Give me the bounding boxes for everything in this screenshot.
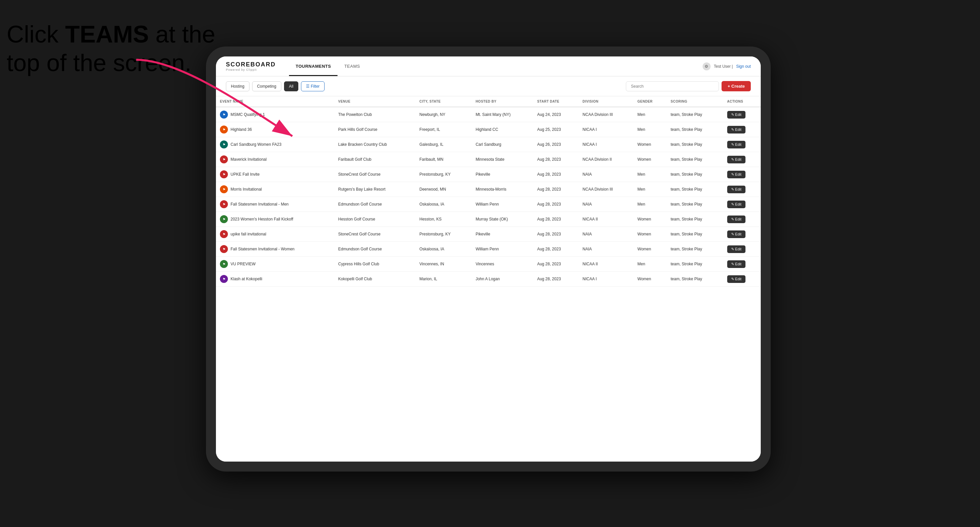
start-date-cell: Aug 28, 2023 [533,242,579,257]
event-name: Carl Sandburg Women FA23 [231,142,282,147]
table-container: EVENT NAMEVENUECITY, STATEHOSTED BYSTART… [216,96,761,462]
col-header-actions: ACTIONS [723,96,761,107]
hosted-by-cell: Vincennes [472,257,533,271]
city-cell: Vincennes, IN [415,257,472,271]
actions-cell: ✎ Edit [723,227,761,242]
scoring-cell: team, Stroke Play [667,271,723,287]
start-date-cell: Aug 28, 2023 [533,182,579,197]
city-cell: Prestonsburg, KY [415,227,472,242]
city-cell: Deerwood, MN [415,182,472,197]
table-row: ⚑ upike fall invitational StoneCrest Gol… [216,227,761,242]
nav-signout[interactable]: Sign out [736,64,751,69]
division-cell: NAIA [579,242,633,257]
venue-cell: Cypress Hills Golf Club [334,257,415,271]
col-header-city--state: CITY, STATE [415,96,472,107]
all-button[interactable]: All [284,81,298,91]
scoring-cell: team, Stroke Play [667,197,723,212]
tablet-frame: SCOREBOARD Powered by Clippit TOURNAMENT… [206,46,771,471]
edit-button[interactable]: ✎ Edit [727,216,746,223]
city-cell: Newburgh, NY [415,107,472,122]
start-date-cell: Aug 28, 2023 [533,257,579,271]
gender-badge: Women [638,142,651,147]
division-cell: NAIA [579,167,633,182]
event-name-cell: ⚑ MSMC Qualifying 1 [216,107,334,122]
event-icon: ⚑ [220,245,228,253]
start-date-cell: Aug 28, 2023 [533,212,579,227]
division-cell: NCAA Division III [579,107,633,122]
edit-button[interactable]: ✎ Edit [727,186,746,193]
city-cell: Hesston, KS [415,212,472,227]
division-cell: NICAA II [579,257,633,271]
instruction-text: Click TEAMS at thetop of the screen. [6,20,215,77]
hosted-by-cell: Carl Sandburg [472,137,533,152]
city-cell: Prestonsburg, KY [415,167,472,182]
hosted-by-cell: Minnesota State [472,152,533,167]
gender-badge: Men [638,262,645,266]
edit-button[interactable]: ✎ Edit [727,245,746,253]
gender-cell: Women [633,137,667,152]
gender-badge: Women [638,247,651,251]
tab-tournaments[interactable]: TOURNAMENTS [289,56,337,76]
col-header-division: DIVISION [579,96,633,107]
edit-button[interactable]: ✎ Edit [727,201,746,208]
gender-cell: Men [633,182,667,197]
gender-cell: Men [633,107,667,122]
scoring-cell: team, Stroke Play [667,137,723,152]
edit-button[interactable]: ✎ Edit [727,141,746,148]
event-icon: ⚑ [220,275,228,283]
edit-button[interactable]: ✎ Edit [727,275,746,283]
event-icon: ⚑ [220,215,228,223]
event-name: UPKE Fall Invite [231,172,259,177]
hosted-by-cell: John A Logan [472,271,533,287]
division-cell: NAIA [579,227,633,242]
gender-badge: Women [638,276,651,281]
event-name-cell: ⚑ Morris Invitational [216,182,334,197]
settings-icon[interactable]: ⚙ [703,62,711,70]
hosted-by-cell: Pikeville [472,167,533,182]
gender-badge: Women [638,217,651,222]
tab-teams[interactable]: TEAMS [337,56,366,76]
event-name-cell: ⚑ upike fall invitational [216,227,334,242]
event-name: MSMC Qualifying 1 [231,112,265,117]
venue-cell: Rutgers's Bay Lake Resort [334,182,415,197]
edit-button[interactable]: ✎ Edit [727,111,746,119]
col-header-venue: VENUE [334,96,415,107]
competing-button[interactable]: Competing [252,81,282,91]
event-name-cell: ⚑ Carl Sandburg Women FA23 [216,137,334,152]
actions-cell: ✎ Edit [723,122,761,137]
actions-cell: ✎ Edit [723,242,761,257]
hosted-by-cell: Highland CC [472,122,533,137]
filter-button[interactable]: ☰ Filter [301,81,325,91]
table-row: ⚑ VU PREVIEW Cypress Hills Golf ClubVinc… [216,257,761,271]
actions-cell: ✎ Edit [723,197,761,212]
venue-cell: Edmundson Golf Course [334,197,415,212]
start-date-cell: Aug 25, 2023 [533,122,579,137]
create-button[interactable]: + Create [722,81,751,91]
nav-bar: SCOREBOARD Powered by Clippit TOURNAMENT… [216,56,761,76]
scoring-cell: team, Stroke Play [667,167,723,182]
city-cell: Oskaloosa, IA [415,242,472,257]
gender-cell: Women [633,212,667,227]
event-name: 2023 Women's Hesston Fall Kickoff [231,217,293,222]
edit-button[interactable]: ✎ Edit [727,156,746,163]
table-row: ⚑ Klash at Kokopelli Kokopelli Golf Club… [216,271,761,287]
edit-button[interactable]: ✎ Edit [727,260,746,268]
venue-cell: StoneCrest Golf Course [334,227,415,242]
division-cell: NAIA [579,197,633,212]
actions-cell: ✎ Edit [723,152,761,167]
scoring-cell: team, Stroke Play [667,227,723,242]
edit-button[interactable]: ✎ Edit [727,126,746,133]
col-header-event-name: EVENT NAME [216,96,334,107]
gender-cell: Men [633,197,667,212]
hosting-button[interactable]: Hosting [226,81,250,91]
edit-button[interactable]: ✎ Edit [727,230,746,238]
hosted-by-cell: William Penn [472,197,533,212]
division-cell: NICAA I [579,271,633,287]
edit-button[interactable]: ✎ Edit [727,171,746,178]
search-input[interactable] [626,81,719,91]
col-header-gender: GENDER [633,96,667,107]
tablet-screen: SCOREBOARD Powered by Clippit TOURNAMENT… [216,56,761,462]
gender-cell: Women [633,242,667,257]
logo-subtitle: Powered by Clippit [226,68,276,71]
city-cell: Marion, IL [415,271,472,287]
